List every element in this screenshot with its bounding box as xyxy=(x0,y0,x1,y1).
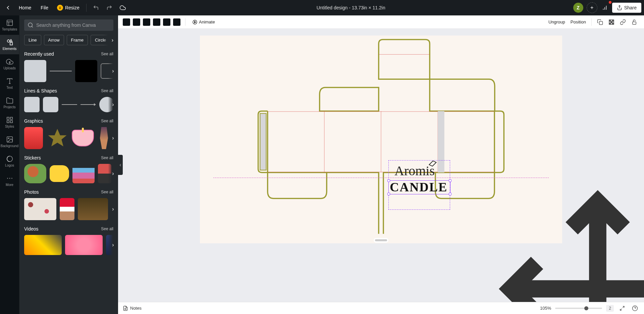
lock-button[interactable] xyxy=(629,17,639,27)
row-scroll-right[interactable]: › xyxy=(108,127,118,149)
brand-script-text[interactable]: Aromis xyxy=(394,163,435,179)
photo-item[interactable] xyxy=(60,198,74,220)
video-item[interactable] xyxy=(24,235,62,255)
animate-button[interactable]: Animate xyxy=(190,18,217,26)
svg-point-22 xyxy=(11,178,12,179)
section-stickers-seeall[interactable]: See all xyxy=(101,155,113,160)
recent-item[interactable] xyxy=(75,60,97,82)
chip-frame[interactable]: Frame xyxy=(67,35,88,45)
color-swatch[interactable] xyxy=(163,18,170,26)
row-scroll-right[interactable]: › xyxy=(108,198,118,220)
cloud-sync-icon[interactable] xyxy=(117,2,129,14)
rail-more[interactable]: More xyxy=(0,171,19,190)
file-button[interactable]: File xyxy=(37,2,52,13)
rail-templates[interactable]: Templates xyxy=(0,15,19,35)
graphic-item[interactable] xyxy=(24,127,43,149)
sticker-item[interactable] xyxy=(72,164,95,183)
transparency-button[interactable] xyxy=(606,17,616,27)
color-swatch[interactable] xyxy=(173,18,180,26)
resize-button[interactable]: ♛ Resize xyxy=(54,3,83,13)
zoom-percent[interactable]: 105% xyxy=(540,306,551,311)
svg-line-24 xyxy=(32,26,33,27)
redo-button[interactable] xyxy=(103,2,115,14)
insights-button[interactable] xyxy=(599,2,611,14)
artboard[interactable]: Aromis CANDLE xyxy=(200,36,562,243)
chip-scroll-right[interactable]: › xyxy=(103,35,113,45)
user-avatar[interactable]: Z xyxy=(573,3,583,13)
section-lines-seeall[interactable]: See all xyxy=(101,88,113,93)
position-button[interactable]: Position xyxy=(569,18,588,26)
row-scroll-right[interactable]: › xyxy=(108,97,118,112)
rail-elements[interactable]: Elements xyxy=(0,35,19,54)
video-item[interactable] xyxy=(65,235,103,255)
link-button[interactable] xyxy=(618,17,628,27)
rail-logos[interactable]: Logos xyxy=(0,151,19,171)
left-rail: Templates Elements Uploads Text Projects… xyxy=(0,15,19,314)
photo-item[interactable] xyxy=(78,198,108,220)
color-swatch[interactable] xyxy=(143,18,150,26)
shape-item[interactable] xyxy=(80,103,96,106)
section-recent-title: Recently used xyxy=(24,51,54,57)
row-scroll-right[interactable]: › xyxy=(108,60,118,82)
graphic-item[interactable] xyxy=(72,130,94,146)
page-indicator[interactable]: 2 xyxy=(606,305,614,312)
svg-rect-32 xyxy=(599,21,603,24)
bottom-bar: Notes 105% 2 xyxy=(118,302,644,314)
color-swatch[interactable] xyxy=(133,18,140,26)
fullscreen-button[interactable] xyxy=(618,304,627,313)
svg-marker-28 xyxy=(94,103,96,106)
zoom-slider[interactable] xyxy=(555,308,602,309)
undo-button[interactable] xyxy=(90,2,102,14)
svg-marker-9 xyxy=(10,40,12,42)
chip-line[interactable]: Line xyxy=(24,35,41,45)
search-input[interactable] xyxy=(36,22,110,28)
search-box[interactable] xyxy=(24,19,113,31)
copy-style-button[interactable] xyxy=(595,17,605,27)
svg-rect-15 xyxy=(10,121,12,123)
home-button[interactable]: Home xyxy=(15,2,35,13)
ungroup-button[interactable]: Ungroup xyxy=(546,18,567,26)
move-cursor-icon xyxy=(417,185,644,302)
add-collaborator-button[interactable]: + xyxy=(587,2,597,13)
rail-background[interactable]: Background xyxy=(0,132,19,151)
row-scroll-right[interactable]: › xyxy=(108,235,118,255)
alignment-guide xyxy=(213,178,549,178)
section-graphics-seeall[interactable]: See all xyxy=(101,119,113,123)
hide-panel-handle[interactable]: ‹ xyxy=(118,155,123,175)
canva-logo-icon[interactable] xyxy=(5,4,11,11)
svg-rect-39 xyxy=(633,22,636,24)
sticker-item[interactable] xyxy=(50,165,69,182)
graphic-item[interactable] xyxy=(46,127,68,149)
rail-styles[interactable]: Styles xyxy=(0,113,19,132)
rail-text[interactable]: Text xyxy=(0,74,19,93)
section-videos-seeall[interactable]: See all xyxy=(101,227,113,231)
rail-projects[interactable]: Projects xyxy=(0,93,19,113)
shape-item[interactable] xyxy=(62,103,77,106)
section-lines-title: Lines & Shapes xyxy=(24,88,57,93)
document-title[interactable]: Untitled design - 13.73in × 11.2in xyxy=(317,5,385,10)
color-swatch[interactable] xyxy=(153,18,160,26)
section-recent-seeall[interactable]: See all xyxy=(101,52,113,56)
svg-rect-13 xyxy=(7,117,9,119)
share-button[interactable]: Share xyxy=(612,3,641,13)
photo-item[interactable] xyxy=(24,198,56,220)
svg-line-52 xyxy=(623,306,624,308)
section-videos-title: Videos xyxy=(24,226,39,232)
svg-rect-46 xyxy=(260,114,266,170)
section-photos-seeall[interactable]: See all xyxy=(101,190,113,194)
recent-item[interactable] xyxy=(24,60,46,82)
sticker-item[interactable] xyxy=(24,164,46,183)
rail-uploads[interactable]: Uploads xyxy=(0,54,19,74)
notes-button[interactable]: Notes xyxy=(123,306,142,311)
recent-item[interactable] xyxy=(50,69,72,73)
svg-rect-37 xyxy=(609,23,611,24)
svg-line-53 xyxy=(620,309,622,310)
shape-item[interactable] xyxy=(43,97,58,112)
page-handle[interactable] xyxy=(375,239,387,241)
row-scroll-right[interactable]: › xyxy=(108,164,118,183)
shape-item[interactable] xyxy=(24,97,40,112)
color-swatch[interactable] xyxy=(123,18,130,26)
svg-rect-4 xyxy=(7,20,12,26)
chip-arrow[interactable]: Arrow xyxy=(44,35,64,45)
help-button[interactable] xyxy=(631,304,639,313)
